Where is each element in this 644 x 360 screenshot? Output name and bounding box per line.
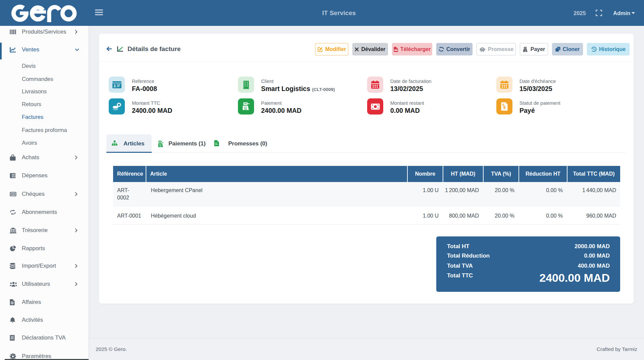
svg-text:$: $	[503, 105, 506, 110]
